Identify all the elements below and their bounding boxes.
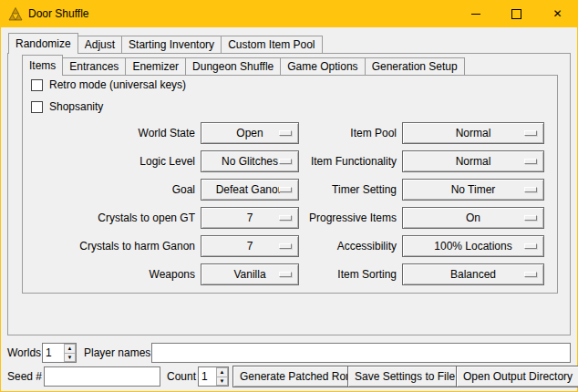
player-names-label: Player names	[84, 346, 150, 359]
crystals-gt-dropdown[interactable]: 7	[201, 207, 299, 229]
item-sorting-label: Item Sorting	[299, 268, 402, 281]
count-spin-buttons: ▲ ▼	[216, 367, 228, 386]
goal-label: Goal	[27, 183, 201, 196]
player-names-input[interactable]	[151, 343, 571, 363]
accessibility-dropdown[interactable]: 100% Locations	[402, 235, 544, 257]
item-pool-dropdown[interactable]: Normal	[402, 122, 544, 144]
worlds-label: Worlds	[7, 346, 41, 359]
logic-level-dropdown[interactable]: No Glitches	[201, 150, 299, 172]
spin-up-button[interactable]: ▲	[216, 367, 228, 377]
seed-input[interactable]	[44, 366, 160, 387]
weapons-label: Weapons	[27, 268, 201, 281]
tab-custom-item-pool[interactable]: Custom Item Pool	[222, 36, 322, 53]
maximize-button[interactable]	[496, 0, 537, 27]
dropdown-indicator-icon	[524, 215, 537, 221]
crystals-gt-value: 7	[247, 211, 253, 224]
dropdown-indicator-icon	[279, 243, 292, 249]
crystals-gt-label: Crystals to open GT	[27, 211, 201, 224]
world-state-label: World State	[27, 127, 201, 139]
worlds-input[interactable]	[43, 344, 64, 362]
close-button[interactable]: ✕	[537, 0, 578, 27]
tab-randomize[interactable]: Randomize	[8, 33, 78, 54]
item-pool-value: Normal	[456, 127, 491, 139]
dropdown-indicator-icon	[279, 215, 292, 221]
worlds-spinner[interactable]: ▲ ▼	[42, 343, 77, 363]
item-sorting-dropdown[interactable]: Balanced	[402, 263, 544, 285]
timer-setting-value: No Timer	[451, 183, 496, 196]
crystals-ganon-value: 7	[247, 240, 253, 253]
retro-mode-label: Retro mode (universal keys)	[49, 78, 186, 91]
count-spinner[interactable]: ▲ ▼	[198, 366, 229, 387]
tab-items[interactable]: Items	[22, 55, 63, 76]
item-sorting-value: Balanced	[450, 268, 496, 281]
window-title: Door Shuffle	[28, 7, 89, 20]
open-output-directory-button[interactable]: Open Output Directory	[456, 366, 578, 387]
settings-grid: World State Open Item Pool Normal Logic …	[27, 119, 544, 288]
app-icon	[8, 6, 23, 21]
minimize-icon	[471, 14, 480, 15]
logic-level-label: Logic Level	[27, 155, 201, 168]
save-settings-button[interactable]: Save Settings to File	[347, 366, 462, 387]
count-input[interactable]	[199, 367, 216, 386]
sub-tab-bar: Items Entrances Enemizer Dungeon Shuffle…	[22, 54, 465, 75]
client-area: Randomize Adjust Starting Inventory Cust…	[1, 27, 577, 391]
app-window: Door Shuffle ✕ Randomize Adjust Starting…	[0, 0, 578, 392]
item-pool-label: Item Pool	[299, 127, 402, 139]
retro-mode-checkbox-row[interactable]: Retro mode (universal keys)	[31, 78, 186, 91]
goal-value: Defeat Ganon	[216, 183, 284, 196]
window-controls: ✕	[455, 0, 578, 27]
dropdown-indicator-icon	[279, 187, 292, 192]
item-functionality-dropdown[interactable]: Normal	[402, 150, 544, 172]
world-state-dropdown[interactable]: Open	[201, 122, 299, 144]
shopsanity-checkbox-row[interactable]: Shopsanity	[31, 100, 103, 113]
goal-dropdown[interactable]: Defeat Ganon	[201, 179, 299, 201]
dropdown-indicator-icon	[524, 159, 537, 164]
spin-up-button[interactable]: ▲	[64, 344, 76, 354]
spin-down-button[interactable]: ▼	[64, 354, 76, 363]
weapons-dropdown[interactable]: Vanilla	[201, 263, 299, 285]
timer-setting-dropdown[interactable]: No Timer	[402, 179, 544, 201]
crystals-ganon-label: Crystals to harm Ganon	[27, 240, 201, 253]
accessibility-value: 100% Locations	[434, 240, 511, 253]
crystals-ganon-dropdown[interactable]: 7	[201, 235, 299, 257]
dropdown-indicator-icon	[524, 272, 537, 277]
shopsanity-label: Shopsanity	[49, 100, 103, 113]
tab-starting-inventory[interactable]: Starting Inventory	[122, 36, 222, 53]
main-tab-bar: Randomize Adjust Starting Inventory Cust…	[8, 32, 323, 53]
tab-dungeon-shuffle[interactable]: Dungeon Shuffle	[186, 57, 281, 75]
timer-setting-label: Timer Setting	[299, 183, 402, 196]
dropdown-indicator-icon	[524, 187, 537, 192]
item-functionality-label: Item Functionality	[299, 155, 402, 168]
dropdown-indicator-icon	[279, 159, 292, 164]
close-icon: ✕	[552, 8, 562, 19]
spin-down-button[interactable]: ▼	[216, 377, 228, 387]
logic-level-value: No Glitches	[222, 155, 278, 168]
title-bar: Door Shuffle ✕	[0, 0, 578, 27]
generate-patched-rom-button[interactable]: Generate Patched Rom	[232, 366, 362, 387]
dropdown-indicator-icon	[279, 130, 292, 136]
dropdown-indicator-icon	[279, 272, 292, 277]
shopsanity-checkbox[interactable]	[31, 101, 43, 113]
tab-enemizer[interactable]: Enemizer	[126, 57, 186, 75]
tab-adjust[interactable]: Adjust	[78, 36, 122, 53]
seed-label: Seed #	[7, 370, 42, 383]
worlds-spin-buttons: ▲ ▼	[64, 344, 76, 362]
tab-entrances[interactable]: Entrances	[63, 57, 126, 75]
progressive-items-value: On	[466, 211, 480, 224]
retro-mode-checkbox[interactable]	[31, 79, 43, 91]
world-state-value: Open	[236, 127, 263, 139]
weapons-value: Vanilla	[233, 268, 265, 281]
progressive-items-dropdown[interactable]: On	[402, 207, 544, 229]
tab-game-options[interactable]: Game Options	[281, 57, 365, 75]
tab-generation-setup[interactable]: Generation Setup	[366, 57, 465, 75]
item-functionality-value: Normal	[456, 155, 491, 168]
dropdown-indicator-icon	[524, 130, 537, 136]
maximize-icon	[511, 9, 521, 19]
dropdown-indicator-icon	[524, 243, 537, 249]
accessibility-label: Accessibility	[299, 240, 402, 253]
count-label: Count	[167, 370, 196, 383]
minimize-button[interactable]	[455, 0, 496, 27]
progressive-items-label: Progressive Items	[299, 211, 402, 224]
